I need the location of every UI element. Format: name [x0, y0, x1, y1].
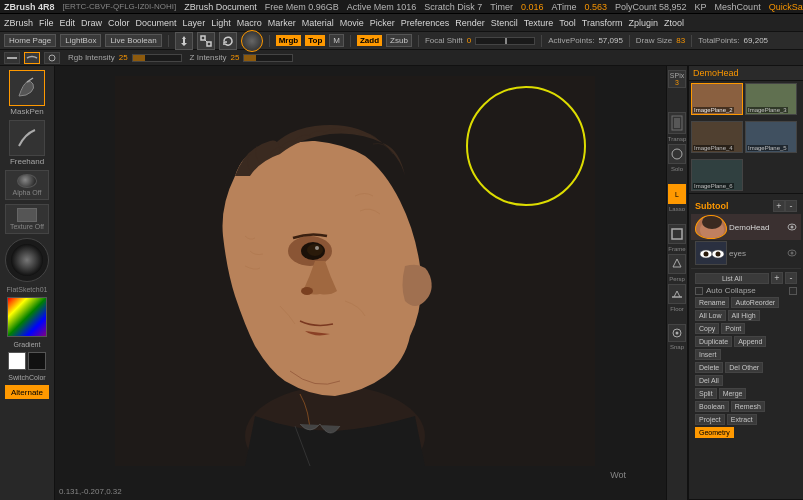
geometry-btn[interactable]: Geometry: [695, 427, 734, 438]
menu-layer[interactable]: Layer: [183, 18, 206, 28]
z-intensity-slider[interactable]: [243, 54, 293, 62]
auto-collapse-cb2[interactable]: [789, 287, 797, 295]
split-btn[interactable]: Split: [695, 388, 717, 399]
rotate-icon[interactable]: [219, 32, 237, 50]
home-page-btn[interactable]: Home Page: [4, 34, 56, 47]
rename-btn[interactable]: Rename: [695, 297, 729, 308]
menu-movie[interactable]: Movie: [340, 18, 364, 28]
quick-save[interactable]: QuickSave: [769, 2, 803, 12]
menu-material[interactable]: Material: [302, 18, 334, 28]
menu-macro[interactable]: Macro: [237, 18, 262, 28]
freehand-tool[interactable]: Freehand: [3, 120, 51, 166]
imageplane-thumb-2[interactable]: ImagePlane_3: [745, 83, 797, 115]
maskpen-tool[interactable]: MaskPen: [3, 70, 51, 116]
eyes-eye-icon[interactable]: [787, 248, 797, 258]
top-label[interactable]: Top: [305, 35, 325, 46]
menu-tool[interactable]: Tool: [559, 18, 576, 28]
menu-document[interactable]: Document: [136, 18, 177, 28]
stroke-icon-3[interactable]: [44, 52, 60, 64]
stroke-icon-1[interactable]: [4, 52, 20, 64]
subtool-remove-btn[interactable]: -: [785, 200, 797, 212]
menu-render[interactable]: Render: [455, 18, 485, 28]
white-swatch[interactable]: [8, 352, 26, 370]
mrgb-label[interactable]: Mrgb: [276, 35, 302, 46]
rgb-intensity-slider[interactable]: [132, 54, 182, 62]
svg-rect-13: [674, 118, 680, 128]
menu-preferences[interactable]: Preferences: [401, 18, 450, 28]
menu-draw[interactable]: Draw: [81, 18, 102, 28]
project-btn[interactable]: Project: [695, 414, 725, 425]
subtool-item-demohead[interactable]: DemoHead: [691, 214, 801, 240]
canvas-area[interactable]: 0.131,-0.207,0.32 Wot: [55, 66, 666, 500]
rgb-intensity-val[interactable]: 25: [119, 53, 128, 62]
lasso-btn[interactable]: L: [668, 184, 686, 204]
scale-icon[interactable]: [197, 32, 215, 50]
autoreorder-btn[interactable]: AutoReorder: [731, 297, 779, 308]
del-all-btn[interactable]: Del All: [695, 375, 723, 386]
remesh-btn[interactable]: Remesh: [731, 401, 765, 412]
color-picker[interactable]: [7, 297, 47, 337]
spix-tool[interactable]: SPix 3: [668, 70, 686, 88]
brush-preview-btn[interactable]: [5, 238, 49, 282]
focal-shift-val[interactable]: 0: [467, 36, 471, 45]
menu-edit[interactable]: Edit: [60, 18, 76, 28]
menu-zbrush[interactable]: ZBrush: [4, 18, 33, 28]
auto-collapse-cb[interactable]: [695, 287, 703, 295]
all-high-btn[interactable]: All High: [728, 310, 760, 321]
z-intensity-val[interactable]: 25: [231, 53, 240, 62]
m-label[interactable]: M: [329, 34, 344, 47]
demohead-eye-icon[interactable]: [787, 222, 797, 232]
alternate-btn[interactable]: Alternate: [5, 385, 49, 399]
snap-btn[interactable]: [668, 324, 686, 342]
live-boolean-btn[interactable]: Live Boolean: [105, 34, 161, 47]
point-btn[interactable]: Point: [721, 323, 745, 334]
focal-shift-slider[interactable]: [475, 37, 535, 45]
extract-btn[interactable]: Extract: [727, 414, 757, 425]
del-other-btn[interactable]: Del Other: [725, 362, 763, 373]
all-low-btn[interactable]: All Low: [695, 310, 726, 321]
insert-btn[interactable]: Insert: [695, 349, 721, 360]
persp-btn[interactable]: [668, 254, 686, 274]
imageplane-thumb-5[interactable]: ImagePlane_6: [691, 159, 743, 191]
frame-btn[interactable]: [668, 224, 686, 244]
draw-size-val[interactable]: 83: [676, 36, 685, 45]
imageplane-thumb-3[interactable]: ImagePlane_4: [691, 121, 743, 153]
brush-circle[interactable]: [241, 30, 263, 52]
move-icon[interactable]: [175, 32, 193, 50]
list-all-minus[interactable]: -: [785, 272, 797, 284]
duplicate-btn[interactable]: Duplicate: [695, 336, 732, 347]
floor-btn[interactable]: [668, 284, 686, 304]
lightbox-btn[interactable]: LightBox: [60, 34, 101, 47]
doc-label[interactable]: ZBrush Document: [184, 2, 257, 12]
copy-btn[interactable]: Copy: [695, 323, 719, 334]
menu-transform[interactable]: Transform: [582, 18, 623, 28]
menu-file[interactable]: File: [39, 18, 54, 28]
menu-color[interactable]: Color: [108, 18, 130, 28]
texture-off-btn[interactable]: Texture Off: [5, 204, 49, 234]
append-btn[interactable]: Append: [734, 336, 766, 347]
menu-marker[interactable]: Marker: [268, 18, 296, 28]
black-swatch[interactable]: [28, 352, 46, 370]
stroke-icon-2[interactable]: [24, 52, 40, 64]
menu-picker[interactable]: Picker: [370, 18, 395, 28]
solo-btn[interactable]: [668, 144, 686, 164]
zsub-label[interactable]: Zsub: [386, 34, 412, 47]
boolean-btn[interactable]: Boolean: [695, 401, 729, 412]
subtool-add-btn[interactable]: +: [773, 200, 785, 212]
menu-zplugin[interactable]: Zplugin: [629, 18, 659, 28]
menu-stencil[interactable]: Stencil: [491, 18, 518, 28]
list-all-plus[interactable]: +: [771, 272, 783, 284]
menu-light[interactable]: Light: [211, 18, 231, 28]
imageplane-thumb-1[interactable]: ImagePlane_2: [691, 83, 743, 115]
subtool-item-eyes[interactable]: eyes: [691, 240, 801, 266]
transp-btn[interactable]: [668, 112, 686, 134]
delete-btn[interactable]: Delete: [695, 362, 723, 373]
menu-ztool[interactable]: Ztool: [664, 18, 684, 28]
menu-texture[interactable]: Texture: [524, 18, 554, 28]
list-all-btn[interactable]: List All: [695, 273, 769, 284]
switch-color-label[interactable]: SwitchColor: [8, 374, 45, 381]
merge-btn[interactable]: Merge: [719, 388, 747, 399]
imageplane-thumb-4[interactable]: ImagePlane_5: [745, 121, 797, 153]
zadd-label[interactable]: Zadd: [357, 35, 382, 46]
alpha-off-btn[interactable]: Alpha Off: [5, 170, 49, 200]
